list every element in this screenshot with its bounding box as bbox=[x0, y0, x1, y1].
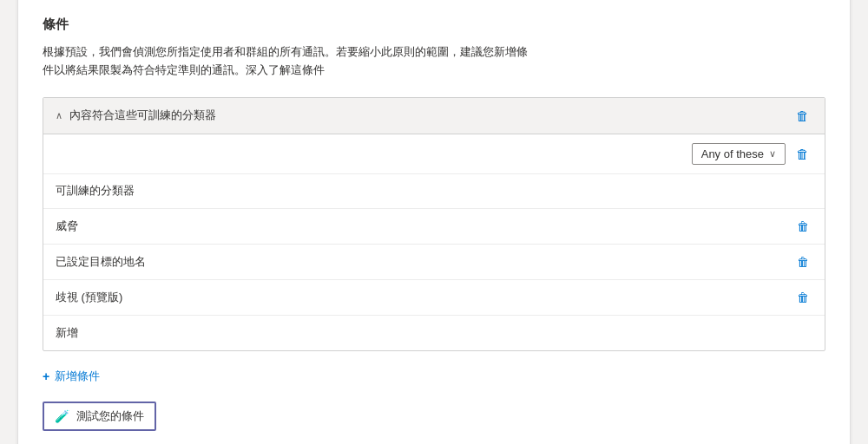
add-condition-label: 新增條件 bbox=[55, 369, 100, 384]
condition-header-left: ∧ 內容符合這些可訓練的分類器 bbox=[56, 108, 216, 123]
collapse-chevron-icon: ∧ bbox=[56, 110, 62, 121]
any-of-label: Any of these bbox=[701, 147, 764, 160]
add-classifier-label: 新增 bbox=[56, 325, 78, 341]
page-title: 條件 bbox=[43, 16, 825, 33]
flask-icon: 🧪 bbox=[55, 409, 69, 423]
test-button-label: 測試您的條件 bbox=[76, 408, 144, 424]
table-row: 可訓練的分類器 bbox=[43, 174, 825, 209]
row-label: 歧視 (預覽版) bbox=[56, 290, 122, 305]
description: 根據預設，我們會偵測您所指定使用者和群組的所有通訊。若要縮小此原則的範圍，建議您… bbox=[43, 43, 720, 80]
condition-group-header[interactable]: ∧ 內容符合這些可訓練的分類器 🗑 bbox=[43, 98, 825, 134]
description-line1: 根據預設，我們會偵測您所指定使用者和群組的所有通訊。若要縮小此原則的範圍，建議您… bbox=[43, 45, 528, 58]
dropdown-arrow-icon: ∨ bbox=[769, 148, 776, 160]
row-label: 已設定目標的地名 bbox=[56, 254, 146, 270]
delete-group-icon: 🗑 bbox=[796, 108, 809, 123]
row-label: 威脅 bbox=[56, 219, 78, 234]
table-row: 已設定目標的地名 🗑 bbox=[43, 245, 825, 280]
any-of-these-dropdown[interactable]: Any of these ∨ bbox=[692, 143, 786, 165]
delete-row-button[interactable]: 🗑 bbox=[793, 253, 812, 271]
add-classifier-row[interactable]: 新增 bbox=[43, 316, 825, 350]
condition-group-label: 內容符合這些可訓練的分類器 bbox=[69, 108, 216, 123]
condition-toolbar: Any of these ∨ 🗑 bbox=[43, 134, 825, 174]
delete-row-icon: 🗑 bbox=[797, 219, 809, 233]
delete-toolbar-button[interactable]: 🗑 bbox=[792, 145, 812, 163]
condition-group: ∧ 內容符合這些可訓練的分類器 🗑 Any of these ∨ 🗑 可訓練的分… bbox=[43, 97, 825, 351]
row-label: 可訓練的分類器 bbox=[56, 183, 135, 199]
delete-row-icon: 🗑 bbox=[797, 291, 809, 304]
page-container: 條件 根據預設，我們會偵測您所指定使用者和群組的所有通訊。若要縮小此原則的範圍，… bbox=[17, 0, 851, 444]
test-conditions-button[interactable]: 🧪 測試您的條件 bbox=[43, 402, 156, 431]
delete-condition-group-button[interactable]: 🗑 bbox=[792, 107, 812, 125]
delete-row-icon: 🗑 bbox=[797, 255, 809, 269]
table-row: 威脅 🗑 bbox=[43, 209, 825, 245]
description-line2: 件以將結果限製為符合特定準則的通訊。深入了解這條件 bbox=[43, 63, 325, 76]
add-condition-button[interactable]: + 新增條件 bbox=[43, 365, 825, 388]
delete-toolbar-icon: 🗑 bbox=[796, 147, 809, 161]
plus-icon: + bbox=[43, 369, 49, 383]
delete-row-button[interactable]: 🗑 bbox=[793, 289, 812, 306]
table-row: 歧視 (預覽版) 🗑 bbox=[43, 280, 825, 316]
delete-row-button[interactable]: 🗑 bbox=[793, 218, 812, 235]
